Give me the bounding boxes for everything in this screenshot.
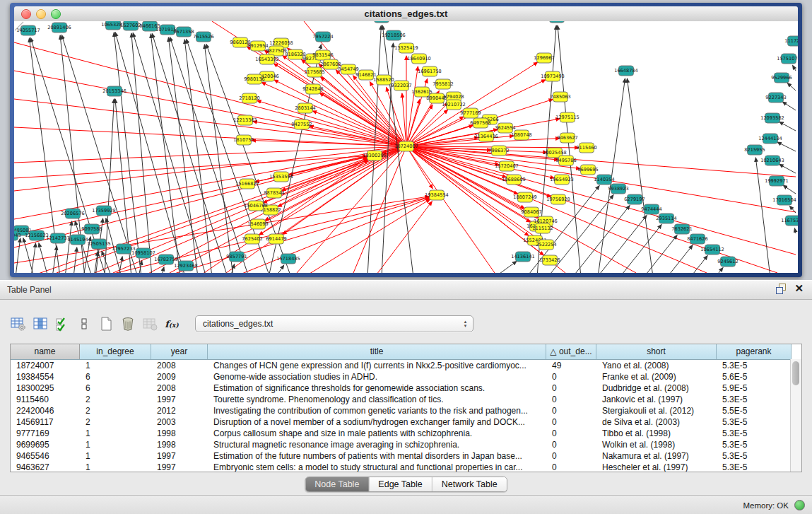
- graph-node[interactable]: 19218506: [382, 30, 406, 40]
- delete-column-icon[interactable]: [119, 315, 136, 332]
- table-mode-icon[interactable]: [10, 315, 27, 332]
- graph-node[interactable]: 12093582: [760, 113, 784, 123]
- table-row[interactable]: 1830029562008Estimation of significance …: [11, 382, 801, 394]
- zoom-window-button[interactable]: [51, 9, 61, 19]
- graph-node[interactable]: 5938923: [608, 184, 628, 194]
- graph-node[interactable]: 9777169: [460, 108, 481, 118]
- graph-node[interactable]: 15751074: [777, 54, 798, 64]
- graph-node[interactable]: 10210643: [760, 156, 784, 165]
- graph-node[interactable]: 19654923: [550, 175, 574, 185]
- graph-node[interactable]: 18640910: [407, 54, 431, 64]
- table-select-dropdown[interactable]: citations_edges.txt ▲▼: [195, 315, 473, 332]
- graph-node[interactable]: 2803144: [295, 103, 315, 113]
- graph-node[interactable]: 10654112: [700, 245, 724, 255]
- graph-node[interactable]: 6279197: [624, 194, 645, 204]
- new-column-icon[interactable]: [98, 315, 114, 332]
- graph-node[interactable]: 15718485: [276, 254, 300, 264]
- graph-node[interactable]: 1117284: [784, 36, 798, 46]
- resize-grip-icon[interactable]: [14, 21, 24, 31]
- graph-node[interactable]: 7955812: [433, 79, 453, 89]
- graph-node[interactable]: 13325419: [394, 43, 418, 53]
- graph-node[interactable]: 2935114: [656, 214, 676, 223]
- graph-node[interactable]: 8427552: [291, 119, 312, 129]
- graph-node[interactable]: 9831546: [312, 50, 333, 60]
- graph-node[interactable]: 9463627: [557, 133, 577, 143]
- graph-node[interactable]: 12975115: [555, 112, 579, 122]
- graph-node[interactable]: 9084067: [521, 207, 541, 217]
- close-window-button[interactable]: [21, 9, 31, 19]
- graph-node[interactable]: 10688609: [502, 175, 526, 185]
- tab-edge-table[interactable]: Edge Table: [369, 477, 432, 491]
- close-panel-icon[interactable]: ✕: [794, 284, 804, 293]
- table-vertical-scrollbar[interactable]: [790, 359, 801, 472]
- graph-node[interactable]: 9242848: [302, 84, 323, 94]
- graph-node[interactable]: 9857791: [226, 252, 247, 262]
- graph-node[interactable]: 7986372: [488, 146, 509, 156]
- graph-node[interactable]: 2522254: [536, 240, 556, 250]
- graph-node[interactable]: 12505135: [87, 239, 111, 249]
- graph-node[interactable]: 9115460: [576, 143, 596, 153]
- graph-node[interactable]: 9495786: [555, 156, 576, 165]
- graph-node[interactable]: 1810755: [233, 135, 254, 145]
- graph-node[interactable]: 17016504: [772, 195, 796, 205]
- column-header-out-de-[interactable]: △ out_de...: [546, 344, 596, 359]
- graph-node[interactable]: 12142737: [46, 233, 70, 243]
- graph-node[interactable]: 11675314: [781, 216, 798, 226]
- graph-node[interactable]: 8215955: [744, 145, 765, 155]
- graph-node[interactable]: 9474444: [641, 204, 661, 214]
- graph-node[interactable]: 6914479: [266, 234, 286, 244]
- table-row[interactable]: 1456911722003Disruption of a novel membe…: [11, 416, 801, 428]
- column-header-name[interactable]: name: [11, 344, 80, 359]
- network-canvas[interactable]: 1872400718300295193845549860128891295412…: [14, 21, 798, 273]
- graph-node[interactable]: 9980136: [244, 74, 264, 84]
- table-row[interactable]: 969969511998Structural magnetic resonanc…: [11, 439, 801, 450]
- graph-node[interactable]: 9227343: [765, 93, 786, 103]
- column-header-title[interactable]: title: [208, 344, 546, 359]
- select-rows-icon[interactable]: [54, 315, 71, 332]
- graph-node[interactable]: 16961758: [418, 66, 442, 76]
- graph-node[interactable]: 7632621: [671, 224, 692, 234]
- table-row[interactable]: 1872400712008Changes of HCN gene express…: [11, 360, 801, 371]
- column-header-short[interactable]: short: [596, 344, 717, 359]
- graph-node[interactable]: 8471626: [687, 234, 707, 244]
- graph-node[interactable]: 10973493: [541, 71, 565, 81]
- import-table-icon[interactable]: [141, 315, 158, 332]
- tab-node-table[interactable]: Node Table: [305, 477, 369, 491]
- row-mode-icon[interactable]: [76, 315, 93, 332]
- graph-node[interactable]: 12444134: [758, 134, 782, 144]
- graph-node[interactable]: 20153346: [102, 86, 126, 96]
- graph-node[interactable]: 9671358: [173, 27, 194, 37]
- graph-node[interactable]: 7625402: [242, 234, 262, 244]
- graph-node[interactable]: 19756928: [546, 194, 570, 204]
- column-header-in-degree[interactable]: in_degree: [80, 344, 151, 359]
- graph-node[interactable]: 7957224: [312, 32, 333, 42]
- graph-node[interactable]: 9529966: [771, 73, 792, 83]
- graph-node[interactable]: 9322037: [391, 81, 411, 90]
- graph-node[interactable]: 19992971: [765, 176, 789, 186]
- graph-node[interactable]: 1140354: [594, 175, 614, 185]
- memory-status-indicator[interactable]: [794, 500, 805, 510]
- graph-node[interactable]: 7615526: [193, 32, 213, 42]
- graph-node[interactable]: 1115132: [532, 223, 553, 233]
- column-header-year[interactable]: year: [151, 344, 208, 359]
- window-titlebar[interactable]: citations_edges.txt: [14, 6, 798, 22]
- graph-node[interactable]: 3624554: [495, 123, 515, 133]
- table-row[interactable]: 1938455462009Genome-wide association stu…: [11, 371, 801, 382]
- graph-node[interactable]: 1145194: [67, 235, 88, 245]
- graph-node[interactable]: 6497568: [470, 118, 490, 128]
- graph-node[interactable]: 3175685: [304, 67, 324, 77]
- graph-node[interactable]: 1733426: [539, 255, 560, 265]
- graph-node[interactable]: 9097588: [81, 224, 102, 234]
- column-header-pagerank[interactable]: pagerank: [717, 344, 792, 359]
- graph-node[interactable]: 9699695: [577, 165, 598, 175]
- table-row[interactable]: 946554611997Estimation of the future num…: [11, 450, 801, 462]
- graph-node[interactable]: 2887862: [546, 21, 567, 23]
- table-row[interactable]: 946362711997Embryonic stem cells: a mode…: [11, 462, 801, 472]
- graph-node[interactable]: 1296967: [534, 53, 554, 63]
- table-row[interactable]: 2242004622012Investigating the contribut…: [11, 405, 801, 416]
- graph-node[interactable]: 14136141: [511, 252, 535, 262]
- scrollbar-thumb[interactable]: [792, 361, 799, 385]
- graph-node[interactable]: 20891406: [47, 23, 71, 33]
- tab-network-table[interactable]: Network Table: [433, 477, 507, 491]
- graph-node[interactable]: 1546099: [247, 219, 268, 229]
